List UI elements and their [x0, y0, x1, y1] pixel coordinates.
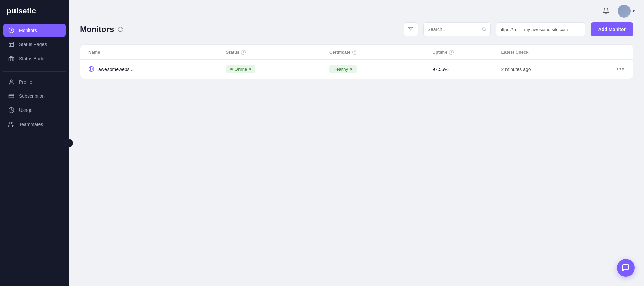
status-chevron: ▾	[249, 67, 251, 72]
sidebar-label-status-badge: Status Badge	[19, 56, 47, 61]
monitors-header: Monitors	[80, 22, 633, 36]
app-logo: pulsetic	[0, 0, 69, 24]
sidebar-label-profile: Profile	[19, 79, 32, 85]
monitor-certificate-cell: Healthy ▾	[329, 65, 432, 73]
avatar[interactable]	[618, 5, 631, 18]
column-uptime: Uptime ?	[432, 50, 501, 55]
sidebar-item-usage[interactable]: Usage	[3, 103, 66, 117]
url-input[interactable]	[520, 23, 585, 36]
svg-point-9	[10, 122, 12, 124]
svg-rect-4	[9, 57, 14, 61]
user-menu[interactable]: ▾	[618, 5, 635, 18]
svg-point-5	[10, 80, 12, 82]
column-latest-check: Latest Check	[501, 50, 605, 55]
collapse-icon: ‹	[68, 141, 69, 145]
protocol-chevron: ▾	[514, 27, 517, 32]
protocol-text: https://	[500, 27, 513, 32]
sidebar-label-subscription: Subscription	[19, 93, 45, 99]
page-title: Monitors	[80, 25, 123, 34]
refresh-button[interactable]	[117, 26, 123, 32]
monitors-table: Name Status ? Certificate ? Uptime ? Lat…	[80, 44, 633, 79]
sidebar-label-status-pages: Status Pages	[19, 42, 47, 47]
monitor-status-cell: Online ▾	[226, 65, 329, 73]
sidebar-divider	[3, 71, 66, 72]
monitors-icon	[8, 27, 15, 34]
monitor-latest-check-cell: 2 minutes ago	[501, 67, 605, 72]
url-protocol-selector[interactable]: https:// ▾	[496, 23, 520, 36]
status-label: Online	[235, 67, 247, 72]
sidebar-item-status-pages[interactable]: Status Pages	[3, 38, 66, 51]
table-row: awesomewebs... Online ▾ Healthy ▾ 97.55	[80, 60, 633, 79]
certificate-help-icon[interactable]: ?	[352, 50, 357, 55]
sidebar: pulsetic Monitors Status Pages	[0, 0, 69, 286]
search-box[interactable]	[423, 22, 491, 36]
teammates-icon	[8, 121, 15, 128]
column-status: Status ?	[226, 50, 329, 55]
certificate-label: Healthy	[333, 67, 348, 72]
avatar-image	[618, 5, 631, 18]
svg-marker-10	[408, 27, 413, 31]
topbar: ▾	[69, 0, 644, 22]
search-input[interactable]	[428, 27, 479, 32]
sidebar-label-teammates: Teammates	[19, 122, 43, 127]
sidebar-label-usage: Usage	[19, 107, 32, 113]
monitor-uptime-cell: 97.55%	[432, 67, 501, 72]
filter-button[interactable]	[404, 22, 418, 36]
sidebar-item-profile[interactable]: Profile	[3, 75, 66, 89]
certificate-badge[interactable]: Healthy ▾	[329, 65, 357, 73]
sidebar-item-monitors[interactable]: Monitors	[3, 24, 66, 37]
row-dots-icon: •••	[616, 66, 625, 73]
content-area: Monitors	[69, 22, 644, 286]
sidebar-item-teammates[interactable]: Teammates	[3, 118, 66, 131]
sidebar-nav: Monitors Status Pages Status Badge	[0, 24, 69, 131]
status-pages-icon	[8, 41, 15, 48]
column-actions	[605, 50, 625, 55]
notification-button[interactable]	[600, 5, 612, 18]
column-name: Name	[88, 50, 226, 55]
sidebar-collapse-button[interactable]: ‹	[65, 139, 73, 147]
svg-rect-1	[9, 42, 14, 47]
profile-icon	[8, 78, 15, 85]
certificate-chevron: ▾	[350, 67, 352, 72]
status-badge-icon	[8, 55, 15, 62]
svg-rect-6	[9, 94, 14, 98]
url-selector: https:// ▾	[496, 22, 585, 36]
svg-line-12	[485, 30, 486, 31]
search-icon	[482, 27, 486, 32]
chat-button[interactable]	[617, 259, 635, 277]
main-content: ▾ Monitors	[69, 0, 644, 286]
subscription-icon	[8, 93, 15, 99]
sidebar-label-monitors: Monitors	[19, 28, 37, 33]
row-actions-menu[interactable]: •••	[605, 66, 625, 73]
monitor-name-text: awesomewebs...	[98, 67, 133, 72]
usage-icon	[8, 107, 15, 114]
sidebar-item-status-badge[interactable]: Status Badge	[3, 52, 66, 65]
table-header: Name Status ? Certificate ? Uptime ? Lat…	[80, 45, 633, 60]
column-certificate: Certificate ?	[329, 50, 432, 55]
uptime-help-icon[interactable]: ?	[449, 50, 454, 55]
monitor-globe-icon	[88, 66, 95, 73]
monitor-name-cell: awesomewebs...	[88, 66, 226, 73]
add-monitor-button[interactable]: Add Monitor	[591, 22, 633, 36]
sidebar-item-subscription[interactable]: Subscription	[3, 89, 66, 103]
status-badge[interactable]: Online ▾	[226, 65, 256, 73]
status-dot	[230, 68, 233, 70]
status-help-icon[interactable]: ?	[241, 50, 246, 55]
user-menu-chevron[interactable]: ▾	[633, 9, 635, 13]
